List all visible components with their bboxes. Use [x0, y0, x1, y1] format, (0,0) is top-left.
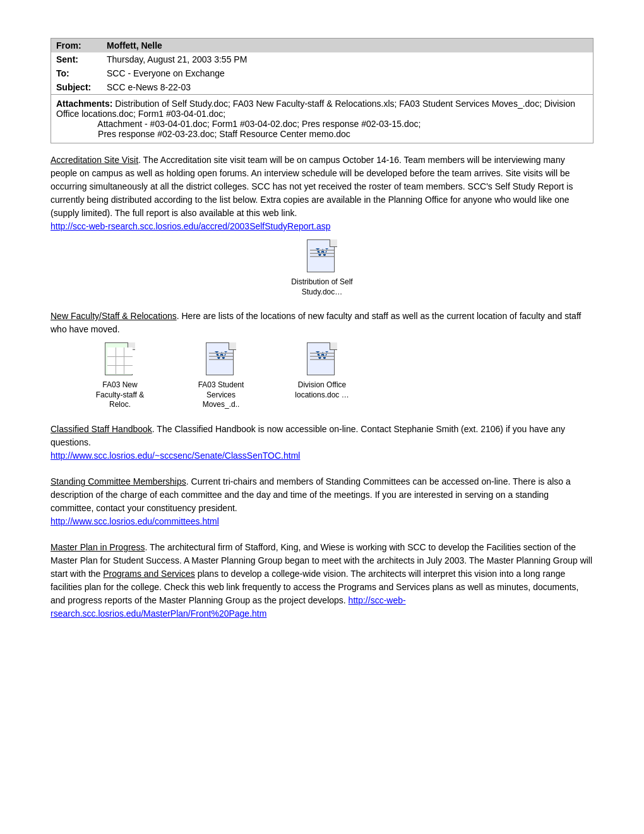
from-value: Moffett, Nelle [102, 39, 593, 52]
subject-value: SCC e-News 8-22-03 [102, 80, 593, 94]
attachments-row: Attachments: Distribution of Self Study.… [51, 94, 593, 143]
accreditation-link[interactable]: http://scc-web-rsearch.scc.losrios.edu/a… [51, 221, 331, 231]
self-study-doc-icon: W [307, 239, 337, 275]
accreditation-title: Accreditation Site Visit [51, 155, 138, 165]
accreditation-section: Accreditation Site Visit. The Accreditat… [51, 154, 593, 297]
email-header: From: Moffett, Nelle Sent: Thursday, Aug… [51, 38, 593, 143]
self-study-icon-label: Distribution of Self Study.doc… [284, 277, 360, 297]
to-label: To: [51, 66, 102, 80]
master-paragraph: Master Plan in Progress. The architectur… [51, 541, 593, 620]
self-study-icon-item: W Distribution of Self Study.doc… [284, 239, 360, 297]
division-office-icon: W [307, 342, 337, 378]
faculty-icons-row: FA03 NewFaculty-staff & Reloc. W FA03 St… [88, 342, 593, 410]
fa03-student-icon: W [206, 342, 236, 378]
fa03-new-icon [105, 342, 135, 378]
subject-label: Subject: [51, 80, 102, 94]
classified-title: Classified Staff Handbook [51, 424, 152, 434]
division-office-icon-item: W Division Officelocations.doc … [290, 342, 354, 400]
standing-title: Standing Committee Memberships [51, 476, 186, 486]
standing-section: Standing Committee Memberships. Current … [51, 475, 593, 528]
standing-link[interactable]: http://www.scc.losrios.edu/committees.ht… [51, 516, 219, 526]
faculty-section: New Faculty/Staff & Relocations. Here ar… [51, 310, 593, 410]
classified-section: Classified Staff Handbook. The Classifie… [51, 423, 593, 462]
division-office-icon-fold [330, 342, 337, 350]
accreditation-icon-row: W Distribution of Self Study.doc… [51, 239, 593, 297]
faculty-paragraph: New Faculty/Staff & Relocations. Here ar… [51, 310, 593, 336]
division-office-icon-lines [310, 353, 334, 362]
fa03-new-icon-label: FA03 NewFaculty-staff & Reloc. [88, 380, 152, 410]
standing-paragraph: Standing Committee Memberships. Current … [51, 475, 593, 515]
fa03-student-icon-item: W FA03 StudentServices Moves_.d.. [189, 342, 253, 410]
fa03-new-icon-item: FA03 NewFaculty-staff & Reloc. [88, 342, 152, 410]
to-value: SCC - Everyone on Exchange [102, 66, 593, 80]
accreditation-paragraph: Accreditation Site Visit. The Accreditat… [51, 154, 593, 220]
fa03-student-icon-fold [229, 342, 236, 350]
fa03-student-icon-lines [209, 353, 233, 362]
doc-icon-fold [330, 239, 337, 247]
division-office-icon-label: Division Officelocations.doc … [295, 380, 349, 400]
classified-paragraph: Classified Staff Handbook. The Classifie… [51, 423, 593, 449]
master-title: Master Plan in Progress [51, 542, 145, 552]
sent-label: Sent: [51, 52, 102, 66]
doc-icon-lines [310, 250, 334, 259]
fa03-student-icon-label: FA03 StudentServices Moves_.d.. [189, 380, 253, 410]
from-label: From: [51, 39, 102, 52]
xls-grid [107, 348, 133, 374]
faculty-title: New Faculty/Staff & Relocations [51, 311, 177, 321]
sent-value: Thursday, August 21, 2003 3:55 PM [102, 52, 593, 66]
master-section: Master Plan in Progress. The architectur… [51, 541, 593, 620]
attachments-label: Attachments: [56, 99, 112, 109]
email-body: Accreditation Site Visit. The Accreditat… [51, 154, 593, 620]
programs-services-link: Programs and Services [103, 569, 195, 579]
attachments-value: Distribution of Self Study.doc; FA03 New… [56, 99, 575, 139]
classified-link[interactable]: http://www.scc.losrios.edu/~sccsenc/Sena… [51, 450, 300, 461]
